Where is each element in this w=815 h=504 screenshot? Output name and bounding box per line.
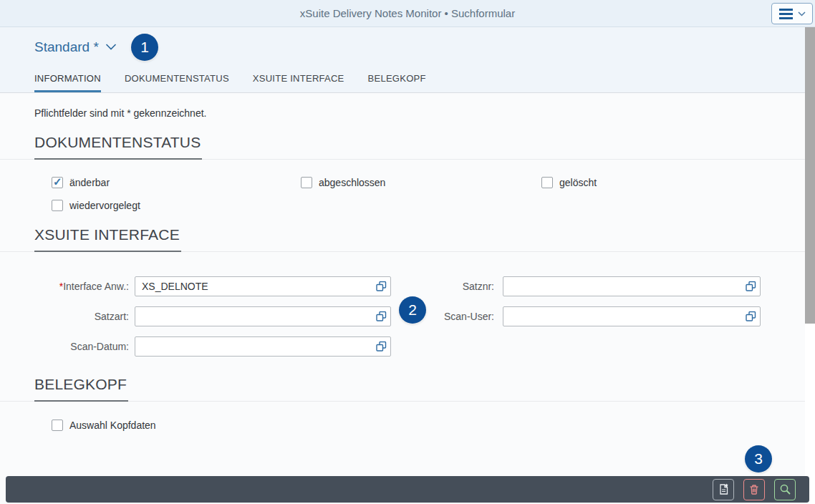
scan-user-input[interactable] <box>503 306 761 326</box>
tab-strip: INFORMATION DOKUMENTENSTATUS XSUITE INTE… <box>34 73 426 92</box>
checkbox-label: wiedervorgelegt <box>69 200 140 211</box>
checkbox-icon[interactable] <box>52 177 63 188</box>
vertical-scrollbar <box>805 27 815 504</box>
page-title: xSuite Delivery Notes Monitor • Suchform… <box>300 7 515 19</box>
checkbox-wiedervorgelegt[interactable]: wiedervorgelegt <box>52 200 301 211</box>
annotation-badge-2: 2 <box>399 296 426 324</box>
shell-header: xSuite Delivery Notes Monitor • Suchform… <box>0 0 815 27</box>
section-title-xsuite-interface: XSUITE INTERFACE <box>34 226 181 252</box>
checkbox-abgeschlossen[interactable]: abgeschlossen <box>301 177 541 188</box>
filter-bar: Standard * INFORMATION DOKUMENTENSTATUS … <box>0 27 815 93</box>
satzart-input[interactable] <box>135 306 391 326</box>
value-help-icon[interactable] <box>376 281 387 292</box>
checkbox-aenderbar[interactable]: änderbar <box>52 177 301 188</box>
interface-anw-label: *Interface Anw.: <box>34 281 129 292</box>
value-help-icon[interactable] <box>376 311 387 322</box>
checkbox-auswahl-kopfdaten[interactable]: Auswahl Kopfdaten <box>52 420 805 431</box>
checkbox-geloescht[interactable]: gelöscht <box>541 177 805 188</box>
chevron-down-icon <box>105 44 117 51</box>
variant-selector[interactable]: Standard * <box>34 39 117 55</box>
search-button[interactable] <box>774 479 796 500</box>
value-help-icon[interactable] <box>746 311 756 322</box>
checkbox-label: änderbar <box>69 177 110 188</box>
search-icon <box>779 483 791 495</box>
section-divider: XSUITE INTERFACE <box>0 226 805 252</box>
trash-icon <box>748 484 760 495</box>
annotation-badge-1: 1 <box>131 34 158 61</box>
satznr-input[interactable] <box>503 276 761 296</box>
section-title-dokumentenstatus: DOKUMENTENSTATUS <box>34 134 202 160</box>
search-form: Pflichtfelder sind mit * gekennzeichnet.… <box>0 94 805 504</box>
tab-xsuite-interface[interactable]: XSUITE INTERFACE <box>253 73 344 92</box>
section-divider: DOKUMENTENSTATUS <box>0 134 805 160</box>
hamburger-icon <box>779 9 793 19</box>
save-variant-button[interactable] <box>713 479 734 500</box>
footer-toolbar <box>6 476 809 503</box>
document-star-icon <box>718 483 730 495</box>
tab-information[interactable]: INFORMATION <box>34 73 101 92</box>
variant-name: Standard * <box>34 39 99 55</box>
scrollbar-thumb[interactable] <box>805 27 815 324</box>
annotation-badge-3: 3 <box>745 445 772 472</box>
interface-anw-input[interactable] <box>135 276 391 296</box>
status-checkbox-group: änderbar abgeschlossen gelöscht wiedervo… <box>52 177 805 211</box>
scan-datum-label: Scan-Datum: <box>34 341 129 352</box>
required-fields-note: Pflichtfelder sind mit * gekennzeichnet. <box>34 107 805 119</box>
tab-dokumentenstatus[interactable]: DOKUMENTENSTATUS <box>125 73 229 92</box>
satznr-label: Satznr: <box>391 281 494 292</box>
checkbox-icon[interactable] <box>52 200 63 211</box>
value-help-icon[interactable] <box>746 281 756 292</box>
checkbox-icon[interactable] <box>541 177 553 188</box>
shell-menu-button[interactable] <box>771 3 813 24</box>
tab-belegkopf[interactable]: BELEGKOPF <box>368 73 426 92</box>
chevron-down-icon <box>798 11 806 16</box>
delete-button[interactable] <box>743 479 765 500</box>
value-help-icon[interactable] <box>376 341 387 352</box>
scan-datum-input[interactable] <box>135 336 391 357</box>
section-title-belegkopf: BELEGKOPF <box>34 376 128 402</box>
checkbox-icon[interactable] <box>52 420 63 431</box>
checkbox-icon[interactable] <box>301 177 312 188</box>
satzart-label: Satzart: <box>34 311 129 322</box>
checkbox-label: Auswahl Kopfdaten <box>69 420 156 431</box>
section-divider: BELEGKOPF <box>0 376 805 402</box>
checkbox-label: abgeschlossen <box>319 177 385 188</box>
checkbox-label: gelöscht <box>559 177 597 188</box>
